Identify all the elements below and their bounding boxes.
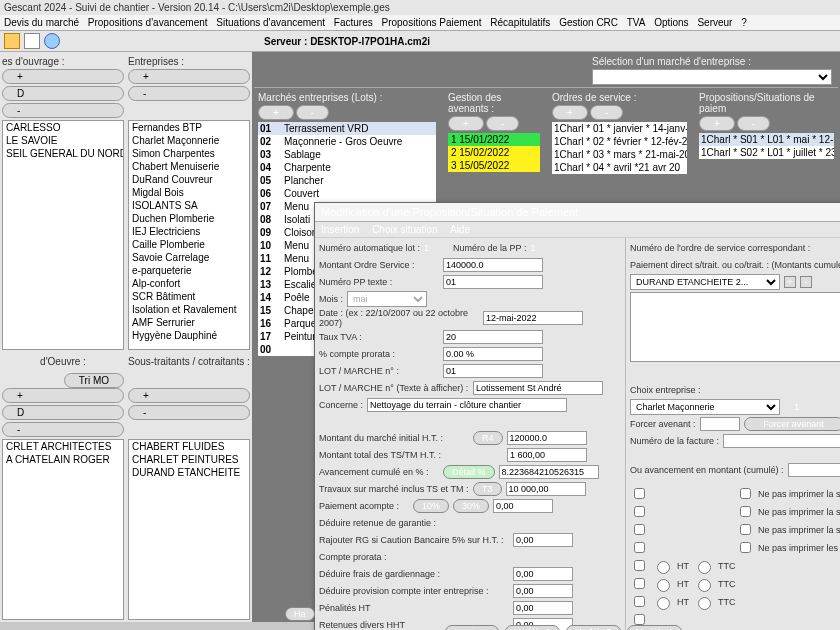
lot-del[interactable]: -	[296, 105, 329, 120]
chk-sig-ent[interactable]	[740, 506, 751, 517]
lot-row[interactable]: 01Terrassement VRD	[258, 122, 436, 135]
ouvrage-item[interactable]: CARLESSO	[3, 121, 123, 134]
modal-menu-choix[interactable]: Choix situation	[372, 224, 438, 235]
menu-factures[interactable]: Factures	[334, 17, 373, 28]
oeuvre-del[interactable]: -	[2, 422, 124, 437]
entreprise-item[interactable]: Fernandes BTP	[129, 121, 249, 134]
sous-item[interactable]: CHARLET PEINTURES	[129, 453, 249, 466]
sous-item[interactable]: DURAND ETANCHEITE	[129, 466, 249, 479]
avenant-row[interactable]: 1 15/01/2022	[448, 133, 540, 146]
lot-row[interactable]: 04Charpente	[258, 161, 436, 174]
modal-menu-aide[interactable]: Aide	[450, 224, 470, 235]
entreprise-item[interactable]: Charlet Maçonnerie	[129, 134, 249, 147]
os-add[interactable]: +	[552, 105, 588, 120]
m-tot-input[interactable]	[507, 448, 587, 462]
lot-n-input[interactable]	[443, 364, 543, 378]
menu-recap[interactable]: Récapitulatifs	[490, 17, 550, 28]
m-init-input[interactable]	[507, 431, 587, 445]
cb-ht-2[interactable]	[634, 578, 645, 589]
sel-marche-dropdown[interactable]	[592, 69, 832, 85]
tva-input[interactable]	[443, 330, 543, 344]
ou-input[interactable]	[788, 463, 840, 477]
r4-button[interactable]: R4	[473, 431, 503, 445]
ouvrage-item[interactable]: SEIL GENERAL DU NORD	[3, 147, 123, 160]
help-icon[interactable]	[44, 33, 60, 49]
imprimer-button[interactable]: Imprimer	[445, 625, 499, 630]
lot-row[interactable]: 02Maçonnerie - Gros Oeuvre	[258, 135, 436, 148]
r-ttc-2[interactable]	[698, 579, 711, 592]
oeuvre-item[interactable]: CRLET ARCHITECTES	[3, 440, 123, 453]
prop-row[interactable]: 1Charl * S02 * L01 * juillet * 23-j	[699, 146, 834, 159]
sous-del[interactable]: -	[128, 405, 250, 420]
pp-del[interactable]: -	[737, 116, 770, 131]
pai-input[interactable]	[493, 499, 553, 513]
lot-txt-input[interactable]	[473, 381, 603, 395]
av-del[interactable]: -	[486, 116, 519, 131]
modal-menu-insertion[interactable]: Insertion	[321, 224, 359, 235]
menu-prop-av[interactable]: Propositions d'avancement	[88, 17, 208, 28]
sous-list[interactable]: CHABERT FLUIDESCHARLET PEINTURESDURAND E…	[128, 439, 250, 620]
lot-row[interactable]: 03Sablage	[258, 148, 436, 161]
copy-icon[interactable]	[24, 33, 40, 49]
avenant-row[interactable]: 2 15/02/2022	[448, 146, 540, 159]
ent-add[interactable]: +	[128, 69, 250, 84]
entreprises-list[interactable]: Fernandes BTPCharlet MaçonnerieSimon Cha…	[128, 120, 250, 350]
menu-tva[interactable]: TVA	[627, 17, 646, 28]
entreprise-item[interactable]: DuRand Couvreur	[129, 173, 249, 186]
tri-mo-button[interactable]: Tri MO	[64, 373, 124, 388]
oeuvre-item[interactable]: A CHATELAIN ROGER	[3, 453, 123, 466]
ent-long-list[interactable]: DURAND ETANCHEITE 2500.0 -> 100	[630, 292, 840, 362]
entreprise-item[interactable]: e-parqueterie	[129, 264, 249, 277]
cb-ht-1[interactable]	[634, 560, 645, 571]
r-ttc-3[interactable]	[698, 597, 711, 610]
menu-options[interactable]: Options	[654, 17, 688, 28]
menu-serveur[interactable]: Serveur	[697, 17, 732, 28]
chk-sig-moe[interactable]	[740, 524, 751, 535]
cb-ht-3[interactable]	[634, 596, 645, 607]
r-ht-2[interactable]	[657, 579, 670, 592]
ent-line[interactable]: DURAND ETANCHEITE 2500.0 -> 100	[631, 293, 840, 312]
ouvrage-item[interactable]: LE SAVOIE	[3, 134, 123, 147]
ent-select[interactable]: DURAND ETANCHEITE 2...	[630, 274, 780, 290]
menu-sit-av[interactable]: Situations d'avancement	[216, 17, 325, 28]
open-icon[interactable]	[4, 33, 20, 49]
cb-6[interactable]	[634, 614, 645, 625]
cb-2[interactable]	[634, 506, 645, 517]
ordre-row[interactable]: 1Charl * 03 * mars * 21-mai-2022	[552, 148, 687, 161]
mos-input[interactable]	[443, 258, 543, 272]
pen-input[interactable]	[513, 601, 573, 615]
lot-add[interactable]: +	[258, 105, 294, 120]
ouvrage-del[interactable]: -	[2, 103, 124, 118]
ouvrages-list[interactable]: CARLESSOLE SAVOIESEIL GENERAL DU NORD	[2, 120, 124, 350]
ded-prov-input[interactable]	[513, 584, 573, 598]
ent-add-sq[interactable]: +	[784, 276, 796, 288]
date-input[interactable]	[483, 311, 583, 325]
pp-txt-input[interactable]	[443, 275, 543, 289]
entreprise-item[interactable]: Isolation et Ravalement	[129, 303, 249, 316]
lot-row[interactable]: 05Plancher	[258, 174, 436, 187]
entreprise-item[interactable]: Simon Charpentes	[129, 147, 249, 160]
ent-del-sq[interactable]: -	[800, 276, 812, 288]
oeuvre-add[interactable]: +	[2, 388, 124, 403]
concerne-input[interactable]	[367, 398, 567, 412]
ordres-list[interactable]: 1Charl * 01 * janvier * 14-janv-20221Cha…	[552, 122, 687, 174]
b10-button[interactable]: 10%	[413, 499, 449, 513]
entreprise-item[interactable]: Hygyène Dauphiné	[129, 329, 249, 342]
ouvrage-d[interactable]: D	[2, 86, 124, 101]
entreprise-item[interactable]: SCR Bâtiment	[129, 290, 249, 303]
mois-select[interactable]: mai	[347, 291, 427, 307]
av-add[interactable]: +	[448, 116, 484, 131]
ha-button[interactable]: Ha	[285, 607, 315, 621]
chk-sig-mo[interactable]	[740, 488, 751, 499]
modele2-button[interactable]: Modèle 2	[505, 625, 560, 630]
r-ht-1[interactable]	[657, 561, 670, 574]
r-ttc-1[interactable]	[698, 561, 711, 574]
menu-devis[interactable]: Devis du marché	[4, 17, 79, 28]
oeuvre-d[interactable]: D	[2, 405, 124, 420]
entreprise-item[interactable]: Alp-confort	[129, 277, 249, 290]
os-del[interactable]: -	[590, 105, 623, 120]
av-input[interactable]	[499, 465, 599, 479]
ordre-row[interactable]: 1Charl * 01 * janvier * 14-janv-2022	[552, 122, 687, 135]
forcer-button[interactable]: Forcer avenant	[744, 417, 840, 431]
b30-button[interactable]: 30%	[453, 499, 489, 513]
